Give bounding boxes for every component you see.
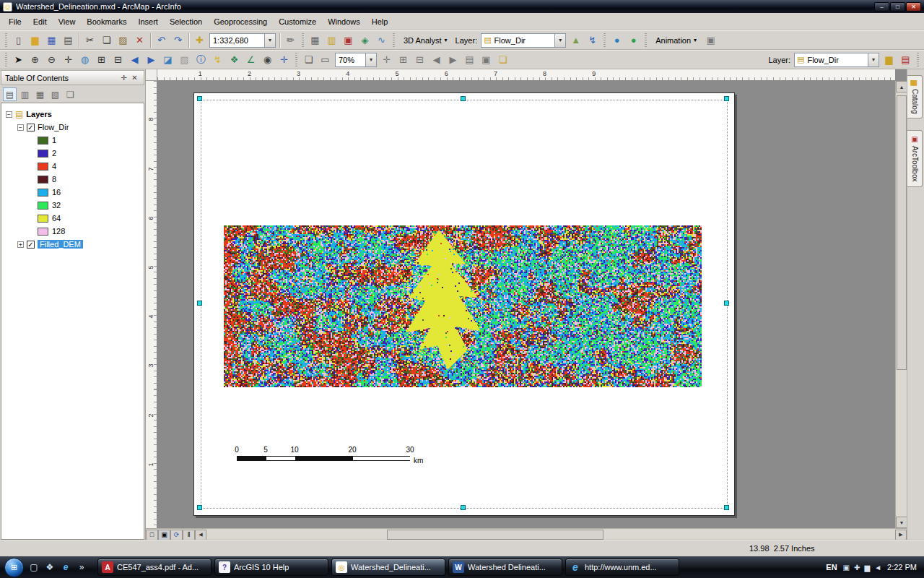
model-builder-icon[interactable]: ◈: [357, 33, 372, 48]
selection-handle[interactable]: [197, 505, 202, 510]
window-switcher-icon[interactable]: ❖: [43, 559, 57, 575]
toolbar-grip[interactable]: [603, 33, 606, 48]
arcglobe-icon[interactable]: ●: [609, 33, 624, 48]
focus-frame-icon[interactable]: ▣: [479, 52, 494, 67]
list-by-selection-icon[interactable]: ▧: [48, 87, 62, 101]
selection-handle[interactable]: [724, 96, 729, 101]
selection-handle[interactable]: [461, 96, 466, 101]
toggle-draft-mode-icon[interactable]: ▤: [462, 52, 477, 67]
print-icon[interactable]: ▤: [61, 33, 76, 48]
side-tab-arctoolbox[interactable]: ▣ArcToolbox: [907, 130, 923, 186]
toc-options-icon[interactable]: ❏: [64, 87, 77, 101]
scroll-down-button[interactable]: ▼: [896, 517, 907, 528]
data-view-icon[interactable]: □: [146, 530, 158, 540]
arcscene-icon[interactable]: ●: [626, 33, 641, 48]
side-tab-catalog[interactable]: ▆Catalog: [907, 75, 923, 118]
python-window-icon[interactable]: ∿: [374, 33, 389, 48]
steepest-path-icon[interactable]: ↯: [585, 33, 600, 48]
undo-icon[interactable]: ↶: [154, 33, 169, 48]
list-by-drawing-order-icon[interactable]: ▤: [3, 87, 17, 101]
taskbar-button[interactable]: ACE547_ass4.pdf - Ad...: [97, 558, 212, 576]
layer-combo-2[interactable]: ▤Flow_Dir▾: [794, 53, 879, 67]
horizontal-scroll-thumb[interactable]: [387, 530, 603, 540]
close-button[interactable]: ✕: [906, 2, 921, 12]
volume-icon[interactable]: ◄: [874, 564, 881, 571]
fixed-page-zoom-in-icon[interactable]: ⊞: [396, 52, 411, 67]
pin-icon[interactable]: ✛: [118, 74, 129, 82]
toc-root-row[interactable]: −▤Layers: [1, 108, 144, 121]
layout-canvas[interactable]: 05102030km: [157, 81, 895, 528]
input-language-icon[interactable]: ▣: [843, 564, 850, 571]
catalog-window-icon[interactable]: ▥: [324, 33, 339, 48]
flow-dir-raster[interactable]: [224, 225, 702, 387]
fixed-zoom-in-icon[interactable]: ⊞: [94, 52, 109, 67]
forward-extent-icon[interactable]: ▶: [144, 52, 159, 67]
toolbar-grip[interactable]: [917, 53, 919, 67]
create-tin-icon[interactable]: ▲: [568, 33, 583, 48]
layer-visibility-checkbox[interactable]: ✓: [27, 241, 35, 249]
copy-icon[interactable]: ❏: [99, 33, 114, 48]
html-popup-icon[interactable]: ❖: [227, 52, 242, 67]
capture-frame-icon[interactable]: ▣: [703, 33, 718, 48]
save-icon[interactable]: ▦: [44, 33, 59, 48]
selection-handle[interactable]: [197, 96, 202, 101]
scale-bar[interactable]: 05102030km: [228, 446, 445, 467]
clock[interactable]: 2:22 PM: [887, 563, 917, 571]
change-layout-icon[interactable]: ❏: [495, 52, 510, 67]
toc-layer-row-filled_dem[interactable]: +✓Filled_DEM: [1, 238, 144, 251]
overflow-chevron-icon[interactable]: »: [74, 559, 89, 575]
toolbar-grip[interactable]: [302, 33, 304, 48]
scroll-left-button[interactable]: ◀: [195, 530, 206, 540]
layer-combo[interactable]: ▤Flow_Dir▾: [481, 33, 566, 48]
ie-quicklaunch-icon[interactable]: e: [58, 559, 73, 575]
taskbar-button[interactable]: ◎Watershed_Delineati...: [331, 558, 445, 576]
clear-selection-icon[interactable]: ▨: [177, 52, 192, 67]
fixed-page-zoom-out-icon[interactable]: ⊟: [412, 52, 427, 67]
close-icon[interactable]: ✕: [129, 74, 140, 82]
back-extent-icon[interactable]: ◀: [127, 52, 142, 67]
zoom-out-icon[interactable]: ⊖: [44, 52, 59, 67]
layer-name[interactable]: Filled_DEM: [38, 240, 83, 249]
layer-visibility-checkbox[interactable]: ✓: [27, 124, 35, 131]
zoom-100-icon[interactable]: ▭: [318, 52, 333, 67]
histogram-icon[interactable]: ▆: [881, 52, 897, 67]
dropdown-arrow-icon[interactable]: ▾: [868, 53, 879, 66]
measure-icon[interactable]: ∠: [243, 52, 258, 67]
paste-icon[interactable]: ▨: [116, 33, 131, 48]
refresh-view-icon[interactable]: ⟳: [170, 530, 183, 540]
selection-handle[interactable]: [724, 505, 729, 510]
toolbar-grip[interactable]: [295, 53, 297, 67]
find-icon[interactable]: ◉: [260, 52, 275, 67]
toolbar-grip[interactable]: [5, 33, 7, 48]
go-to-xy-icon[interactable]: ✛: [276, 52, 292, 67]
maximize-button[interactable]: □: [890, 2, 905, 12]
selection-handle[interactable]: [461, 505, 466, 510]
raster-bands-icon[interactable]: ▤: [898, 52, 913, 67]
horizontal-scroll-track[interactable]: [206, 530, 895, 540]
back-page-icon[interactable]: ◀: [429, 52, 444, 67]
expand-toggle-icon[interactable]: −: [17, 124, 24, 131]
pan-page-icon[interactable]: ✛: [379, 52, 394, 67]
pan-icon[interactable]: ✛: [61, 52, 76, 67]
expand-toggle-icon[interactable]: −: [6, 111, 12, 118]
show-desktop-icon[interactable]: ▢: [27, 559, 41, 575]
taskbar-button[interactable]: WWatershed Delineati...: [448, 558, 562, 576]
select-features-icon[interactable]: ◪: [160, 52, 175, 67]
list-by-source-icon[interactable]: ▥: [18, 87, 32, 101]
menu-item-customize[interactable]: Customize: [273, 14, 322, 29]
menu-item-selection[interactable]: Selection: [164, 14, 208, 29]
network-icon[interactable]: ▆: [864, 564, 870, 571]
full-extent-icon[interactable]: ◍: [77, 52, 92, 67]
dropdown-arrow-icon[interactable]: ▾: [264, 34, 275, 47]
toolbar-grip[interactable]: [393, 33, 395, 48]
layer-name[interactable]: Flow_Dir: [38, 123, 69, 131]
fixed-zoom-out-icon[interactable]: ⊟: [110, 52, 126, 67]
menu-item-bookmarks[interactable]: Bookmarks: [81, 14, 132, 29]
selection-handle[interactable]: [724, 301, 729, 306]
redo-icon[interactable]: ↷: [170, 33, 186, 48]
start-button[interactable]: ⊞: [4, 558, 24, 577]
animation-menu[interactable]: Animation▾: [651, 33, 701, 48]
select-elements-icon[interactable]: ➤: [11, 52, 26, 67]
add-data-icon[interactable]: ✚: [192, 33, 207, 48]
toolbox-window-icon[interactable]: ▣: [341, 33, 356, 48]
